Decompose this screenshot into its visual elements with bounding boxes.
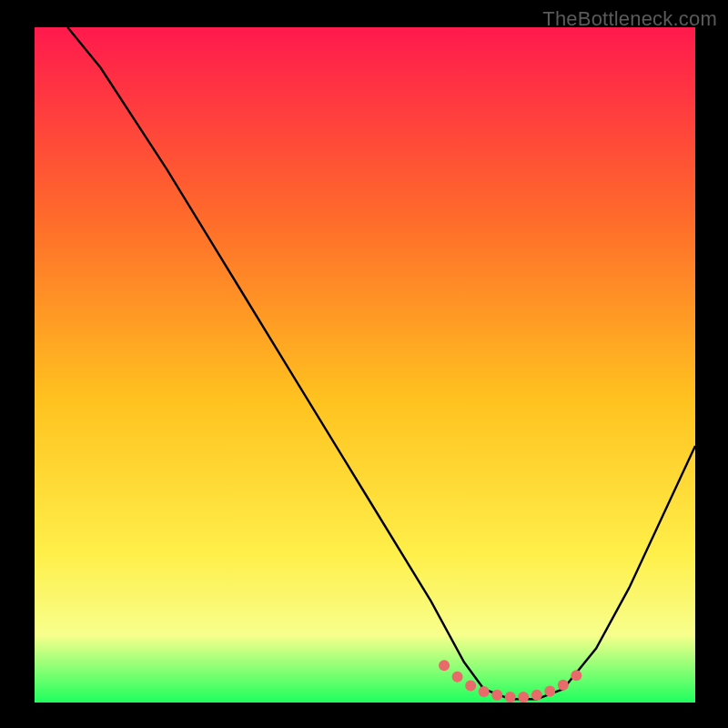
optimal-dot [505, 692, 516, 703]
optimal-dot [452, 672, 463, 682]
chart-svg [0, 0, 728, 728]
optimal-dot [571, 670, 581, 681]
optimal-dot [465, 680, 476, 691]
gradient-field [35, 27, 695, 703]
optimal-dot [518, 692, 529, 703]
optimal-dot [439, 660, 450, 671]
optimal-dot [544, 685, 555, 696]
optimal-dot [491, 690, 502, 701]
plot-area [35, 27, 695, 703]
optimal-dot [558, 680, 569, 691]
optimal-dot [479, 686, 490, 697]
watermark-text: TheBottleneck.com [542, 7, 717, 31]
optimal-dot [531, 690, 542, 701]
bottleneck-chart: TheBottleneck.com [0, 0, 728, 728]
